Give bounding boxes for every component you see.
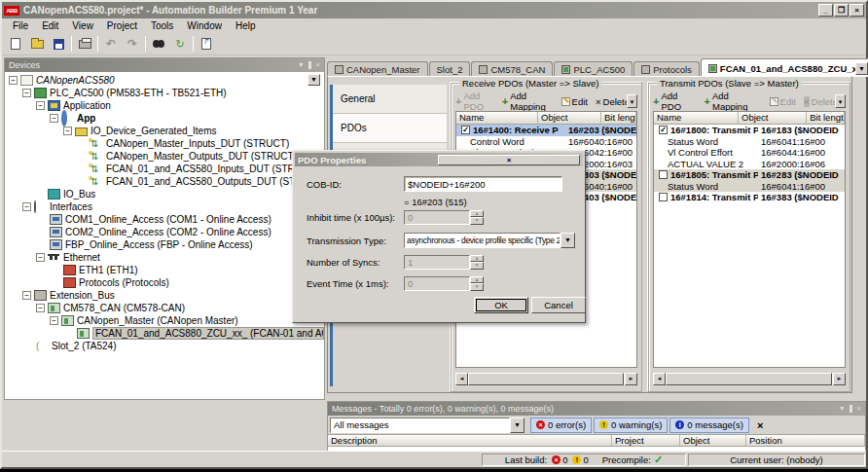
tree-row-extension-bus[interactable]: −Extension_Bus: [5, 289, 324, 302]
horizontal-scrollbar[interactable]: ◄►: [455, 373, 637, 385]
checkbox-checked[interactable]: ✓: [659, 126, 668, 134]
toolbar-overflow-icon[interactable]: ▼: [627, 94, 637, 108]
nav-item-pdos[interactable]: PDOs: [333, 114, 447, 143]
checkbox-unchecked[interactable]: [659, 193, 668, 201]
tab-fcan-acs880[interactable]: FCAN_01_and_ACS880_ZCU_xx_×: [701, 58, 868, 77]
tree-row-interfaces[interactable]: −Interfaces: [5, 200, 324, 213]
add-pdo-button[interactable]: +Add PDO: [455, 91, 494, 112]
toolbar-overflow-icon[interactable]: ▼: [835, 94, 846, 108]
spin-up-icon[interactable]: ▲: [470, 255, 484, 263]
cancel-button[interactable]: Cancel: [531, 297, 586, 313]
add-mapping-button[interactable]: +Add Mapping: [502, 91, 554, 112]
menu-window[interactable]: Window: [180, 19, 229, 32]
table-row[interactable]: Status Word16#6041:16#0016: [654, 181, 845, 193]
event-time-stepper[interactable]: 0▲▼: [404, 276, 484, 291]
tab-plc-ac500[interactable]: PLC_AC500: [554, 61, 633, 77]
ok-button[interactable]: OK: [474, 297, 528, 313]
close-icon[interactable]: ×: [856, 405, 861, 413]
menu-file[interactable]: File: [6, 19, 35, 32]
menu-help[interactable]: Help: [229, 19, 263, 32]
tree-row-fcan-outputs-dut[interactable]: FCAN_01_and_ACS580_Outputs_DUT (STRUCT): [5, 175, 324, 188]
close-button[interactable]: ×: [850, 4, 864, 17]
close-icon[interactable]: ×: [315, 61, 320, 69]
pin-icon[interactable]: [850, 405, 852, 413]
tree-row-ethernet[interactable]: −Ethernet: [5, 251, 324, 264]
save-icon[interactable]: [48, 34, 69, 54]
tree-row-canopen-master[interactable]: −CANopen_Master (CANopen Master): [5, 314, 324, 327]
spin-down-icon[interactable]: ▼: [470, 217, 484, 225]
find-icon[interactable]: [148, 34, 169, 54]
open-icon[interactable]: [26, 34, 48, 54]
tree-row-slot2[interactable]: ⟮Slot_2 (TA524): [5, 340, 324, 352]
minimize-button[interactable]: _: [818, 4, 833, 17]
tree-row-com2[interactable]: COM2_Online_Access (COM2 - Online Access…: [5, 226, 324, 238]
tree-row-eth1[interactable]: ETH1 (ETH1): [5, 264, 324, 276]
tree-row-fbp[interactable]: FBP_Online_Access (FBP - Online Access): [5, 238, 324, 251]
tree-row-io-bus[interactable]: IO_Bus: [5, 188, 324, 200]
tree-row-protocols[interactable]: Protocols (Protocols): [5, 276, 324, 289]
warnings-toggle-button[interactable]: !0 warning(s): [594, 418, 668, 433]
message-filter-select[interactable]: All messages▼: [330, 418, 524, 433]
tree-row-project[interactable]: −CANopenACS580: [5, 74, 324, 87]
horizontal-scrollbar[interactable]: ◄►: [653, 373, 846, 385]
inhibit-time-stepper[interactable]: 0▲▼: [404, 210, 484, 225]
tree-row-cm578-can[interactable]: −CM578_CAN (CM578-CAN): [5, 302, 324, 314]
spin-down-icon[interactable]: ▼: [470, 262, 484, 270]
edit-button[interactable]: Edit: [770, 96, 796, 107]
table-row[interactable]: Vl Control Effort16#6044:16#0016: [654, 147, 845, 159]
menu-view[interactable]: View: [65, 19, 100, 32]
add-mapping-button[interactable]: +Add Mapping: [705, 91, 762, 112]
messages-toggle-button[interactable]: i0 message(s): [669, 418, 749, 433]
number-of-syncs-stepper[interactable]: 1▲▼: [404, 255, 484, 270]
edit-button[interactable]: Edit: [561, 96, 588, 107]
spin-up-icon[interactable]: ▲: [470, 210, 484, 218]
transmission-type-select[interactable]: asynchronous - device profile specific (…: [404, 233, 575, 248]
spin-down-icon[interactable]: ▼: [470, 283, 484, 291]
tree-row-fcan-acs880[interactable]: FCAN_01_and_ACS880_ZCU_xx_ (FCAN-01 and …: [5, 327, 324, 340]
undo-icon[interactable]: ↶: [100, 34, 122, 54]
table-row[interactable]: ✓16#1400: Receive P16#203 ($NODEI48: [456, 125, 636, 136]
new-icon[interactable]: [5, 34, 26, 54]
chevron-down-icon[interactable]: ▼: [510, 418, 524, 433]
tree-row-fcan-inputs-dut[interactable]: FCAN_01_and_ACS580_Inputs_DUT (STRUCT): [5, 163, 324, 175]
menu-tools[interactable]: Tools: [144, 19, 180, 32]
table-row[interactable]: Status Word16#6041:16#0016: [654, 136, 845, 148]
tab-canopen-master[interactable]: CANopen_Master: [327, 61, 428, 77]
tab-cm578-can[interactable]: CM578_CAN: [471, 61, 553, 77]
delete-button[interactable]: ×Delete: [804, 96, 838, 107]
checkbox-checked[interactable]: ✓: [461, 126, 470, 134]
dialog-close-icon[interactable]: ×: [438, 155, 580, 165]
tree-row-com1[interactable]: COM1_Online_Access (COM1 - Online Access…: [5, 213, 324, 226]
restore-button[interactable]: ❐: [834, 4, 849, 17]
print-icon[interactable]: [74, 34, 95, 54]
chevron-down-icon[interactable]: ▾: [840, 405, 844, 413]
table-row[interactable]: Control Word16#6040:16#0016: [456, 136, 636, 148]
tree-row-plc[interactable]: −PLC_AC500 (PM583-ETH - TB521-ETH): [5, 87, 324, 99]
table-row[interactable]: ✓16#1800: Transmit P16#183 ($NODEID48: [654, 125, 845, 136]
checkbox-unchecked[interactable]: [659, 170, 668, 179]
cobid-input[interactable]: $NODEID+16#200: [404, 176, 562, 192]
menu-edit[interactable]: Edit: [35, 19, 65, 32]
pin-icon[interactable]: [308, 61, 311, 69]
tree-row-app[interactable]: −App: [5, 112, 324, 125]
errors-toggle-button[interactable]: ×0 error(s): [530, 418, 592, 433]
tab-slot2[interactable]: Slot_2: [429, 61, 471, 77]
tree-row-canopen-master-inputs-dut[interactable]: CANopen_Master_Inputs_DUT (STRUCT): [5, 137, 324, 150]
export-icon[interactable]: [196, 34, 217, 54]
menu-project[interactable]: Project: [100, 19, 144, 32]
chevron-down-icon[interactable]: ▾: [299, 61, 303, 69]
table-row[interactable]: 16#1805: Transmit P16#283 ($NODEID16: [654, 169, 845, 181]
spin-up-icon[interactable]: ▲: [470, 276, 484, 284]
nav-item-general[interactable]: General: [333, 85, 447, 114]
table-row[interactable]: 16#1814: Transmit P16#383 ($NODEID0: [654, 192, 845, 203]
tab-overflow-icon[interactable]: ▼: [855, 62, 868, 75]
table-row[interactable]: ACTUAL VALUE 216#2000:16#0616: [654, 159, 845, 170]
tree-row-canopen-master-outputs-dut[interactable]: CANopen_Master_Outputs_DUT (STRUCT): [5, 150, 324, 163]
refresh-icon[interactable]: ↻: [169, 34, 191, 54]
add-pdo-button[interactable]: +Add PDO: [653, 91, 697, 112]
tree-row-io-device-generated-items[interactable]: −IO_Device_Generated_Items: [5, 125, 324, 137]
redo-icon[interactable]: ↷: [122, 34, 143, 54]
clear-messages-icon[interactable]: ×: [757, 419, 763, 431]
tree-dropdown-icon[interactable]: ▼: [307, 74, 320, 86]
tab-protocols[interactable]: Protocols: [633, 61, 700, 77]
